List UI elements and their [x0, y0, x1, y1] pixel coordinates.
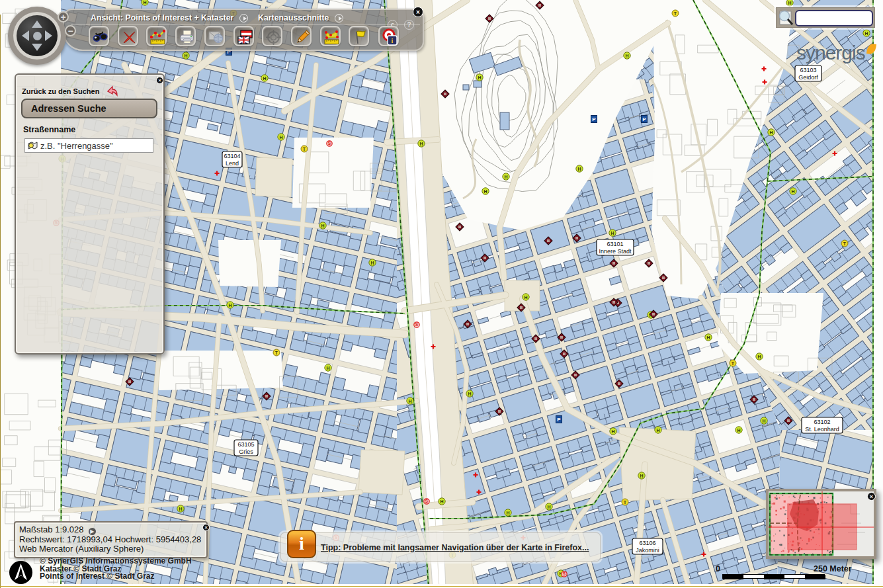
svg-text:i: i: [392, 37, 394, 44]
svg-text:T: T: [732, 361, 735, 366]
svg-text:H: H: [611, 429, 614, 434]
svg-text:P: P: [557, 417, 561, 423]
svg-text:H: H: [706, 335, 710, 340]
svg-text:H: H: [478, 75, 481, 80]
svg-text:H: H: [419, 142, 423, 146]
svg-text:H: H: [762, 419, 765, 423]
svg-text:S: S: [415, 322, 419, 327]
svg-text:H: H: [484, 189, 487, 194]
svg-text:Lend: Lend: [226, 160, 239, 167]
svg-text:H: H: [468, 392, 471, 396]
svg-text:T: T: [624, 500, 627, 505]
svg-text:H: H: [864, 31, 868, 36]
svg-text:S: S: [425, 499, 429, 503]
svg-text:H: H: [737, 428, 740, 433]
svg-text:63105: 63105: [237, 441, 254, 448]
svg-text:H: H: [440, 499, 443, 504]
svg-text:63103: 63103: [800, 67, 816, 73]
svg-text:H: H: [610, 231, 614, 235]
svg-text:H: H: [640, 474, 643, 478]
svg-text:H: H: [769, 130, 773, 135]
svg-text:H: H: [184, 54, 187, 58]
svg-text:H: H: [370, 261, 374, 265]
svg-text:H: H: [656, 428, 659, 433]
svg-text:Innere Stadt: Innere Stadt: [599, 248, 632, 255]
svg-text:T: T: [303, 147, 306, 151]
svg-text:H: H: [524, 295, 527, 300]
svg-text:63102: 63102: [814, 419, 830, 425]
svg-text:H: H: [791, 189, 794, 194]
svg-text:T: T: [275, 351, 278, 355]
svg-text:H: H: [228, 303, 231, 308]
svg-text:H: H: [326, 366, 329, 370]
svg-text:T: T: [843, 241, 847, 246]
svg-text:S: S: [328, 141, 331, 146]
svg-text:H: H: [788, 1, 791, 5]
svg-text:H: H: [625, 54, 628, 58]
svg-text:Jakomini: Jakomini: [636, 547, 659, 554]
svg-text:H: H: [179, 507, 182, 511]
svg-text:H: H: [577, 167, 581, 171]
svg-text:H: H: [757, 355, 761, 359]
svg-text:S: S: [563, 571, 566, 576]
svg-text:H: H: [143, 0, 146, 5]
svg-text:P: P: [592, 116, 596, 122]
svg-text:63101: 63101: [607, 241, 623, 247]
svg-text:H: H: [504, 175, 507, 179]
svg-text:H: H: [506, 511, 509, 515]
svg-text:St. Leonhard: St. Leonhard: [805, 426, 839, 433]
svg-text:Gries: Gries: [239, 448, 253, 455]
svg-text:T: T: [674, 11, 677, 16]
svg-text:P: P: [642, 116, 646, 122]
svg-text:H: H: [279, 135, 282, 140]
svg-text:H: H: [547, 505, 550, 509]
svg-text:H: H: [408, 399, 411, 403]
svg-text:H: H: [321, 224, 324, 228]
svg-text:63104: 63104: [224, 153, 240, 159]
svg-text:H: H: [263, 76, 266, 81]
svg-text:63106: 63106: [639, 540, 655, 546]
svg-text:Geidorf: Geidorf: [798, 74, 818, 81]
